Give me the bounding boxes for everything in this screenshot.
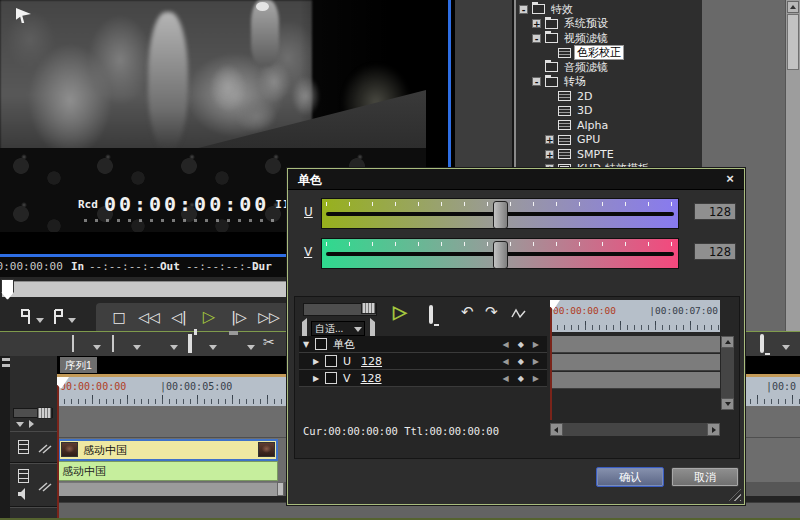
rewind[interactable]: ◁◁ [134,304,164,330]
effects-tree-item[interactable]: 色彩校正 [516,46,702,60]
redo-button[interactable]: ↷ [485,303,498,321]
keyframe-zoom-slider[interactable] [303,303,377,316]
effects-tree-item[interactable]: + GPU [516,133,702,147]
tree-expander-icon[interactable]: - [532,34,541,43]
effects-tree-item[interactable]: - 特效 [516,2,702,16]
keyframe-track-bar[interactable] [550,372,720,389]
monitor-dropdown-icon[interactable] [782,345,790,350]
cancel-button[interactable]: 取消 [671,467,739,487]
scroll-up-icon[interactable] [721,336,734,348]
keyframe-zoom-knob[interactable] [361,302,376,314]
tree-expander-icon[interactable]: + [545,135,554,144]
export-button[interactable] [188,336,192,351]
effects-tree-item[interactable]: - 转场 [516,75,702,89]
row-expander-icon[interactable]: ▼ [303,340,315,349]
row-expander-icon[interactable]: ▶ [313,357,325,366]
preset-prev-icon[interactable] [299,322,309,335]
fast-forward[interactable]: ▷▷ [254,304,284,330]
add-keyframe-icon[interactable]: ◆ [518,374,524,383]
next-keyframe-icon[interactable]: ▶ [533,357,539,366]
timeline-playhead-line[interactable] [57,377,59,519]
keyframe-playhead-line[interactable] [550,300,552,420]
out-point-dropdown-icon[interactable] [68,318,76,323]
tree-expander-icon[interactable]: + [545,150,554,159]
effects-tree-item[interactable]: 3D [516,104,702,118]
preset-next-icon[interactable] [367,322,377,335]
keyframe-ruler[interactable]: 00:00:00:00 |00:00:07:00 [550,300,720,332]
parameter-checkbox[interactable] [325,372,337,384]
dialog-title-bar[interactable]: 单色 × [288,169,744,190]
effects-tree-item[interactable]: + SMPTE [516,147,702,161]
keyframe-parameter-row[interactable]: ▶ V 128 ◀ ◆ ▶ [299,370,547,387]
track-header-v1[interactable] [10,431,57,463]
tree-expander-icon[interactable]: + [532,19,541,28]
keyframe-parameter-row[interactable]: ▶ U 128 ◀ ◆ ▶ [299,353,547,370]
slider-thumb[interactable] [493,241,508,269]
cut-button[interactable]: ✂ [263,334,275,350]
color-gradient-slider[interactable] [321,198,679,229]
color-gradient-slider[interactable] [321,238,679,269]
transition-a-dropdown-icon[interactable] [93,345,101,350]
monitor-mode-button[interactable] [760,336,764,351]
add-keyframe-icon[interactable]: ◆ [518,340,524,349]
effects-tree-item[interactable]: 2D [516,89,702,103]
scrollbar-thumb[interactable] [787,14,799,70]
effects-tree-item[interactable]: Alpha [516,118,702,132]
parameter-checkbox[interactable] [315,338,327,350]
expand-down-icon[interactable] [16,422,24,427]
clip-mixer-strip[interactable] [57,482,277,496]
preview-toggle-button[interactable] [429,307,433,322]
effects-tree-item[interactable]: - 视频滤镜 [516,31,702,45]
stop[interactable]: □ [104,304,134,330]
timeline-zoom-slider[interactable] [13,408,53,418]
video-clip-selected[interactable]: 感动中国 [58,439,278,461]
keyframe-track-bar[interactable] [550,354,720,371]
prev-keyframe-icon[interactable]: ◀ [503,357,509,366]
slider-thumb[interactable] [493,201,508,229]
audio-clip[interactable]: 感动中国 [57,461,278,481]
next-keyframe-icon[interactable]: ▶ [533,374,539,383]
transition-b-dropdown-icon[interactable] [133,345,141,350]
play[interactable]: ▷ [194,304,224,330]
set-out-point-button[interactable] [52,309,66,325]
track-patch-icon[interactable] [38,442,52,454]
resize-grip[interactable] [729,489,741,501]
parameter-value[interactable]: 128 [361,372,382,385]
keyframe-horizontal-scrollbar[interactable] [550,423,720,436]
set-in-point-button[interactable] [20,309,34,325]
prev-frame[interactable]: ◁| [164,304,194,330]
slider-value-field[interactable]: 128 [694,243,736,260]
keyframe-track-bar[interactable] [550,336,720,353]
transition-a-button[interactable] [72,336,74,351]
scroll-right-icon[interactable] [707,423,720,436]
tree-expander-icon[interactable]: - [532,77,541,86]
confirm-button[interactable]: 确认 [596,467,664,487]
tree-expander-icon[interactable]: - [519,5,528,14]
slider-value-field[interactable]: 128 [694,203,736,220]
effects-tree-item[interactable]: + 系统预设 [516,17,702,31]
close-icon[interactable]: × [722,171,738,187]
prev-keyframe-icon[interactable]: ◀ [503,340,509,349]
preset-dropdown[interactable]: 自适... [311,321,365,336]
parameter-checkbox[interactable] [325,355,337,367]
track-header-va[interactable] [10,463,57,507]
new-sequence-dropdown-icon[interactable] [170,345,178,350]
zoom-slider-knob[interactable] [37,407,52,419]
save-dropdown-icon[interactable] [247,345,255,350]
in-point-dropdown-icon[interactable] [36,318,44,323]
keyframe-play-button[interactable]: ▷ [393,301,407,323]
scroll-down-icon[interactable] [721,398,734,410]
undo-button[interactable]: ↶ [461,303,474,321]
next-frame[interactable]: |▷ [224,304,254,330]
scroll-up-icon[interactable] [787,1,799,13]
keyframe-parameter-row[interactable]: ▼ 单色 ◀ ◆ ▶ [299,336,547,353]
export-dropdown-icon[interactable] [209,345,217,350]
effects-scrollbar[interactable] [785,0,800,332]
parameter-value[interactable]: 128 [361,355,382,368]
add-keyframe-icon[interactable]: ◆ [518,357,524,366]
sequence-tab[interactable]: 序列1 [60,357,97,373]
row-expander-icon[interactable]: ▶ [313,374,325,383]
track-patch-icon[interactable] [38,480,52,492]
effects-tree-item[interactable]: 音频滤镜 [516,60,702,74]
keyframe-vertical-scrollbar[interactable] [721,336,734,410]
